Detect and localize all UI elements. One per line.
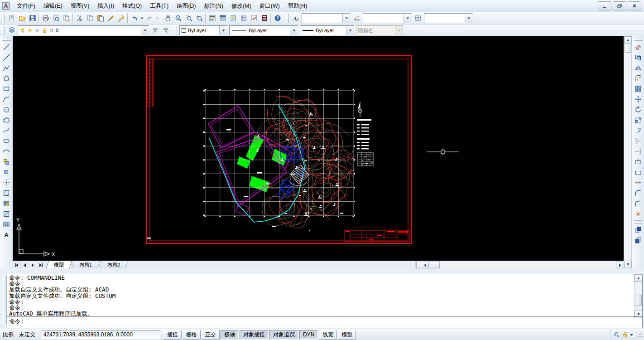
open-file-button[interactable] <box>17 13 27 24</box>
toolbar-lock-icon[interactable] <box>621 331 628 338</box>
markup-manager-button[interactable] <box>249 13 259 24</box>
status-toggle-正交[interactable]: 正交 <box>202 330 220 340</box>
copy-button[interactable] <box>85 13 95 24</box>
erase-button[interactable] <box>633 42 643 52</box>
drawing-canvas[interactable]: YX <box>13 36 624 261</box>
cmd-scroll-thumb[interactable] <box>635 295 642 306</box>
dim-style-combo-arrow[interactable] <box>404 14 411 23</box>
circle-button[interactable] <box>1 104 12 115</box>
text-style-combo-arrow[interactable] <box>342 14 350 23</box>
status-toggle-对象追踪[interactable]: 对象追踪 <box>269 330 298 340</box>
pan-button[interactable] <box>163 13 173 24</box>
point-button[interactable] <box>1 177 12 188</box>
undo-button[interactable] <box>129 13 139 24</box>
join-button[interactable] <box>633 177 643 188</box>
extend-button[interactable] <box>633 146 643 156</box>
table-button[interactable] <box>1 219 12 229</box>
vertical-scrollbar[interactable] <box>624 36 631 268</box>
toolbar-grip[interactable] <box>2 14 5 23</box>
spline-button[interactable] <box>1 125 12 136</box>
cut-button[interactable] <box>74 13 85 24</box>
zoom-window-button[interactable] <box>183 13 194 24</box>
publish-button[interactable] <box>61 13 72 24</box>
break-button[interactable] <box>633 167 643 177</box>
match-properties-button[interactable] <box>106 13 116 24</box>
stretch-button[interactable] <box>633 125 643 136</box>
restore-button[interactable] <box>613 1 626 10</box>
scroll-down-button[interactable] <box>624 261 632 268</box>
paste-button[interactable] <box>95 13 106 24</box>
layout-tab-模型[interactable]: 模型 <box>46 261 72 269</box>
toolbar-grip[interactable] <box>634 220 642 223</box>
layout-tab-布局1[interactable]: 布局1 <box>71 261 100 269</box>
insert-block-button[interactable] <box>1 156 12 167</box>
color-combo[interactable]: ByLayer <box>179 25 227 35</box>
menu-item-4[interactable]: 格式(O) <box>118 1 146 11</box>
menu-item-0[interactable]: 文件(F) <box>13 1 39 11</box>
lineweight-combo-arrow[interactable] <box>346 26 354 35</box>
scroll-right-button[interactable] <box>616 262 624 268</box>
command-scrollbar[interactable] <box>634 274 642 318</box>
quick-calc-button[interactable] <box>259 13 269 24</box>
layout-tab-布局2[interactable]: 布局2 <box>99 261 128 269</box>
menu-item-2[interactable]: 视图(V) <box>67 1 94 11</box>
linetype-combo-arrow[interactable] <box>290 26 298 35</box>
line-button[interactable] <box>1 42 12 52</box>
menu-item-7[interactable]: 标注(N) <box>200 1 227 11</box>
move-button[interactable] <box>633 94 643 104</box>
mirror-button[interactable] <box>633 63 643 73</box>
layer-manager-button[interactable] <box>6 25 17 36</box>
gradient-button[interactable] <box>1 198 12 209</box>
polyline-button[interactable] <box>1 63 12 73</box>
text-style-button[interactable]: A <box>290 13 301 24</box>
linetype-combo[interactable]: ByLayer <box>229 25 298 35</box>
make-block-button[interactable] <box>1 167 12 177</box>
properties-button[interactable] <box>207 13 217 24</box>
status-toggle-捕捉[interactable]: 捕捉 <box>163 330 182 340</box>
send-to-back-button[interactable] <box>633 235 643 245</box>
menu-item-6[interactable]: 绘图(D) <box>173 1 200 11</box>
tab-nav-next-button[interactable] <box>29 261 37 269</box>
status-toggle-极轴[interactable]: 极轴 <box>221 330 239 340</box>
menu-item-10[interactable]: 帮助(H) <box>284 1 311 11</box>
revision-cloud-button[interactable] <box>1 115 12 125</box>
status-toggle-栅格[interactable]: 栅格 <box>183 330 201 340</box>
multiline-text-button[interactable]: A <box>1 229 12 240</box>
rectangle-button[interactable] <box>1 83 12 94</box>
hscroll-thumb[interactable] <box>430 262 440 268</box>
offset-button[interactable] <box>633 73 643 83</box>
redo-button[interactable] <box>144 13 155 24</box>
sheetset-manager-button[interactable] <box>238 13 249 24</box>
block-editor-button[interactable] <box>116 13 126 24</box>
bring-to-front-button[interactable] <box>633 224 643 235</box>
horizontal-scrollbar[interactable] <box>415 261 624 269</box>
copy-object-button[interactable] <box>633 52 643 63</box>
scroll-up-button[interactable] <box>624 36 632 44</box>
toolbar-grip[interactable] <box>2 26 5 35</box>
new-file-button[interactable] <box>6 13 17 24</box>
zoom-realtime-button[interactable] <box>173 13 183 24</box>
trim-button[interactable] <box>633 136 643 146</box>
ellipse-button[interactable] <box>1 136 12 146</box>
construction-line-button[interactable] <box>1 52 12 63</box>
table-style-combo-arrow[interactable] <box>465 14 472 23</box>
vscroll-thumb[interactable] <box>625 44 631 53</box>
minimize-button[interactable] <box>598 1 611 10</box>
save-file-button[interactable] <box>27 13 38 24</box>
explode-button[interactable] <box>633 209 643 219</box>
close-button[interactable] <box>628 1 641 10</box>
array-button[interactable] <box>633 83 643 94</box>
command-history[interactable]: 命令: COMMANDLINE命令:加载自定义文件成功。自定义组: ACAD加载… <box>7 274 634 318</box>
rotate-button[interactable] <box>633 104 643 115</box>
tray-menu-arrow-icon[interactable] <box>630 333 634 337</box>
break-at-point-button[interactable] <box>633 156 643 167</box>
status-toggle-DYN[interactable]: DYN <box>299 330 318 340</box>
text-style-combo[interactable] <box>302 13 351 23</box>
plot-button[interactable] <box>40 13 51 24</box>
dim-style-button[interactable] <box>351 13 362 24</box>
color-combo-arrow[interactable] <box>219 26 227 35</box>
redo-menu-button[interactable] <box>155 13 160 24</box>
cmd-scroll-up-button[interactable] <box>634 274 642 282</box>
hatch-button[interactable] <box>1 188 12 198</box>
menu-item-1[interactable]: 编辑(E) <box>39 1 67 11</box>
